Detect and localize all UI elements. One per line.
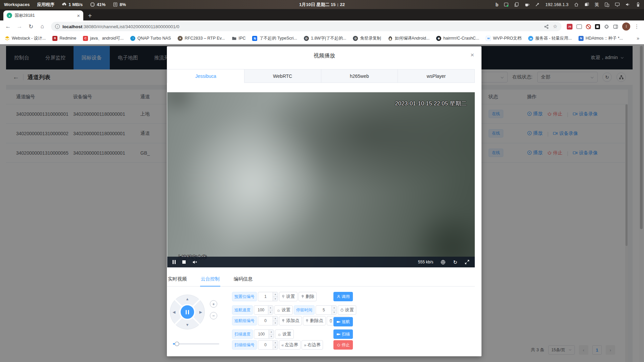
penguin-icon: [388, 36, 393, 41]
bookmark-csdn[interactable]: Cjava、android可...: [83, 36, 124, 41]
scan-speed-input[interactable]: 100▴▾: [254, 329, 274, 339]
forward-button[interactable]: →: [15, 22, 24, 31]
scan-group-input[interactable]: 0▴▾: [258, 340, 278, 350]
preset-set-button[interactable]: 设置: [279, 292, 297, 301]
bookmark-article1[interactable]: ◍1.8W字|了不起的...: [304, 36, 346, 41]
bookmark-webstack[interactable]: Webstack - 设计...: [5, 36, 46, 41]
number-spinner[interactable]: ▴▾: [273, 292, 278, 301]
side-panel-icon[interactable]: [613, 24, 618, 29]
screenshot-tray-icon[interactable]: [504, 2, 509, 7]
display-tray-icon[interactable]: [615, 2, 620, 7]
preset-delete-button[interactable]: 删除: [298, 292, 317, 301]
coffee-tray-icon[interactable]: [524, 2, 530, 7]
number-spinner[interactable]: ▴▾: [273, 316, 278, 325]
number-spinner[interactable]: ▴▾: [331, 306, 336, 314]
bookmark-wvp-docs[interactable]: WWVP-PRO文档: [486, 36, 521, 41]
tab-close-icon[interactable]: ×: [77, 13, 80, 18]
profile-avatar[interactable]: l: [622, 22, 630, 31]
extension-js-icon[interactable]: JS: [567, 24, 572, 30]
bookmark-hdatmos[interactable]: NHDAtmos :: 种子 *...: [579, 36, 623, 41]
pause-button[interactable]: [173, 260, 176, 264]
phone-link-icon[interactable]: [604, 2, 609, 7]
tab-live-video[interactable]: 实时视频: [167, 275, 187, 286]
fullscreen-icon[interactable]: [465, 260, 469, 264]
browser-tab[interactable]: ▲ 国标28181 ×: [3, 10, 83, 20]
delete-point-button[interactable]: 删除点: [303, 316, 326, 325]
bookmark-server[interactable]: ☁服务器 - 轻量应用...: [528, 36, 572, 41]
extensions-puzzle-icon[interactable]: [604, 24, 609, 29]
site-info-icon[interactable]: i: [55, 24, 60, 29]
bookmark-ipc-folder[interactable]: IPC: [232, 36, 246, 41]
bookmark-zhihu[interactable]: 知了不起的 TypeScri...: [252, 36, 297, 41]
preset-call-button[interactable]: 调用: [333, 292, 353, 301]
tab-h265web[interactable]: h265web: [321, 69, 398, 83]
bookmark-rfc2833[interactable]: ●RFC2833 – RTP Ev...: [178, 36, 225, 41]
number-spinner[interactable]: ▴▾: [268, 306, 273, 314]
cruise-button[interactable]: 巡航: [333, 317, 353, 326]
cruise-speed-input[interactable]: 100▴▾: [254, 305, 273, 315]
number-spinner[interactable]: ▴▾: [269, 330, 274, 339]
zoom-in-button[interactable]: +: [210, 300, 217, 308]
url-text[interactable]: localhost:38080/#/channelList/3402000000…: [62, 24, 541, 29]
ptz-left-arrow-icon[interactable]: ◀: [173, 310, 175, 314]
bookmark-copy-tool[interactable]: ◍免登录复制: [353, 36, 381, 41]
browser-menu-icon[interactable]: ⋮: [634, 23, 639, 30]
new-tab-button[interactable]: +: [88, 12, 92, 19]
tab-ptz-control[interactable]: 云台控制: [200, 275, 220, 287]
modal-close-icon[interactable]: ×: [470, 52, 474, 58]
slider-handle[interactable]: [175, 342, 179, 346]
tab-jessibuca[interactable]: Jessibuca: [168, 69, 244, 83]
clipboard-tray-icon[interactable]: [514, 2, 519, 7]
bookmarks-overflow-chevron[interactable]: »: [637, 36, 639, 41]
right-boundary-button[interactable]: »右边界: [302, 340, 323, 350]
address-bar[interactable]: i localhost:38080/#/channelList/34020000…: [51, 22, 561, 31]
zoom-out-button[interactable]: −: [210, 312, 217, 319]
ptz-direction-pad[interactable]: ▲ ▼ ◀ ▶: [170, 295, 205, 329]
bookmark-redmine[interactable]: RRedmine: [52, 36, 76, 41]
ptz-speed-slider[interactable]: [173, 342, 219, 346]
number-spinner[interactable]: ▴▾: [273, 341, 278, 349]
bookmark-qnap[interactable]: ◔QNAP Turbo NAS: [130, 36, 171, 41]
cruise-group-row: 巡航组编号 0▴▾ 添加点 删除点 删除组 巡航: [232, 316, 356, 325]
volume-tray-icon[interactable]: [625, 2, 630, 7]
bookmark-android-build[interactable]: 如何编译Android...: [388, 36, 430, 41]
bing-tray-icon[interactable]: b: [496, 2, 499, 7]
volume-muted-icon[interactable]: [192, 260, 197, 264]
ptz-right-arrow-icon[interactable]: ▶: [199, 310, 202, 314]
ptz-pause-button[interactable]: [179, 304, 195, 320]
color-picker-tray-icon[interactable]: [535, 2, 540, 7]
refresh-stream-icon[interactable]: ↻: [453, 260, 457, 265]
extension-blocker-icon[interactable]: [586, 24, 591, 29]
performance-shutter-icon[interactable]: [441, 260, 446, 265]
cruise-speed-set-button[interactable]: ☼设置: [274, 305, 293, 315]
tab-encoding-info[interactable]: 编码信息: [233, 275, 253, 286]
ptz-down-arrow-icon[interactable]: ▼: [186, 323, 189, 327]
preset-number-input[interactable]: 1▴▾: [258, 292, 278, 301]
bookmark-star-icon[interactable]: ☆: [553, 23, 557, 30]
battery-tray-icon[interactable]: [636, 2, 641, 7]
reload-button[interactable]: ↻: [26, 22, 36, 31]
cruise-group-input[interactable]: 0▴▾: [258, 316, 278, 325]
extension-dark-icon[interactable]: [595, 24, 600, 29]
stay-time-input[interactable]: 5▴▾: [316, 305, 337, 315]
scan-button[interactable]: 扫描: [333, 329, 353, 339]
ip-address[interactable]: 192.168.1.3: [545, 2, 568, 7]
back-button[interactable]: ←: [3, 22, 13, 31]
add-point-button[interactable]: 添加点: [279, 316, 302, 325]
stay-time-set-button[interactable]: 设置: [338, 305, 356, 315]
ptz-stop-button[interactable]: 停止: [333, 340, 353, 350]
left-boundary-button[interactable]: «左边界: [279, 340, 301, 350]
home-button[interactable]: ⌂: [38, 22, 47, 31]
home-tray-icon[interactable]: [574, 2, 579, 7]
scan-speed-set-button[interactable]: ☼设置: [275, 329, 294, 339]
input-method-indicator[interactable]: 英: [595, 2, 599, 8]
bookmark-github[interactable]: ◉hairrrrr/C-CrashC...: [436, 36, 479, 41]
video-player[interactable]: 2023-01-10 15:22:05 星期二 上地科实大华 555 kb/s …: [167, 92, 475, 267]
stop-button[interactable]: [182, 260, 186, 264]
tab-webrtc[interactable]: WebRTC: [244, 69, 321, 83]
tab-wsplayer[interactable]: wsPlayer: [398, 69, 474, 83]
share-icon[interactable]: [544, 24, 549, 29]
window-switcher-icon[interactable]: [584, 2, 589, 7]
ptz-up-arrow-icon[interactable]: ▲: [186, 297, 189, 301]
extension-generic-icon[interactable]: [577, 24, 582, 29]
